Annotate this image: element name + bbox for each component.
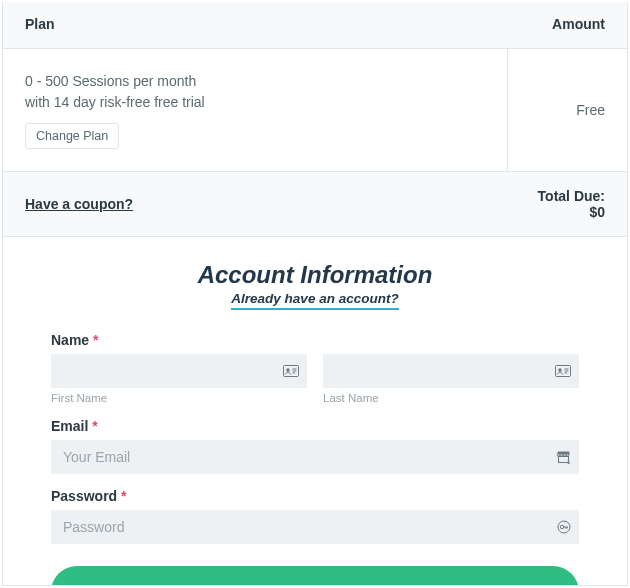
plan-description-cell: 0 - 500 Sessions per month with 14 day r…: [3, 49, 507, 172]
account-information-section: Account Information Already have an acco…: [3, 237, 627, 586]
id-card-icon: [555, 365, 571, 377]
email-label-text: Email: [51, 418, 88, 434]
plan-table-footer: Have a coupon? Total Due: $0: [3, 172, 627, 237]
password-input[interactable]: [51, 510, 579, 544]
email-input[interactable]: [51, 440, 579, 474]
svg-point-13: [560, 525, 563, 528]
plan-table-body-row: 0 - 500 Sessions per month with 14 day r…: [3, 49, 627, 172]
first-name-input[interactable]: [51, 354, 307, 388]
email-required-mark: *: [92, 418, 97, 434]
plan-summary-table: Plan Amount 0 - 500 Sessions per month w…: [3, 2, 627, 237]
change-plan-button[interactable]: Change Plan: [25, 123, 119, 149]
plan-header-amount: Amount: [507, 2, 627, 49]
password-label-text: Password: [51, 488, 117, 504]
svg-text:1: 1: [567, 459, 571, 465]
plan-desc-line-1: 0 - 500 Sessions per month: [25, 71, 485, 92]
total-due-value: Total Due: $0: [507, 172, 627, 237]
plan-header-plan: Plan: [3, 2, 507, 49]
coupon-link[interactable]: Have a coupon?: [25, 196, 133, 212]
plan-amount-cell: Free: [507, 49, 627, 172]
store-icon: 1: [556, 450, 571, 465]
name-field-group: Name * First Name: [51, 332, 579, 404]
first-name-sublabel: First Name: [51, 392, 307, 404]
svg-point-1: [286, 368, 290, 372]
start-trial-button[interactable]: Start My Risk-Free Trial Now: [51, 566, 579, 586]
plan-table-header: Plan Amount: [3, 2, 627, 49]
name-required-mark: *: [93, 332, 98, 348]
account-heading: Account Information: [51, 261, 579, 289]
id-card-icon: [283, 365, 299, 377]
key-icon: [557, 520, 571, 534]
password-field-group: Password *: [51, 488, 579, 544]
email-label: Email *: [51, 418, 579, 434]
already-have-account-link[interactable]: Already have an account?: [231, 291, 398, 310]
last-name-input[interactable]: [323, 354, 579, 388]
last-name-sublabel: Last Name: [323, 392, 579, 404]
plan-desc-line-2: with 14 day risk-free free trial: [25, 92, 485, 113]
password-required-mark: *: [121, 488, 126, 504]
password-label: Password *: [51, 488, 579, 504]
name-label-text: Name: [51, 332, 89, 348]
email-field-group: Email * 1: [51, 418, 579, 474]
name-label: Name *: [51, 332, 579, 348]
svg-point-6: [558, 368, 562, 372]
